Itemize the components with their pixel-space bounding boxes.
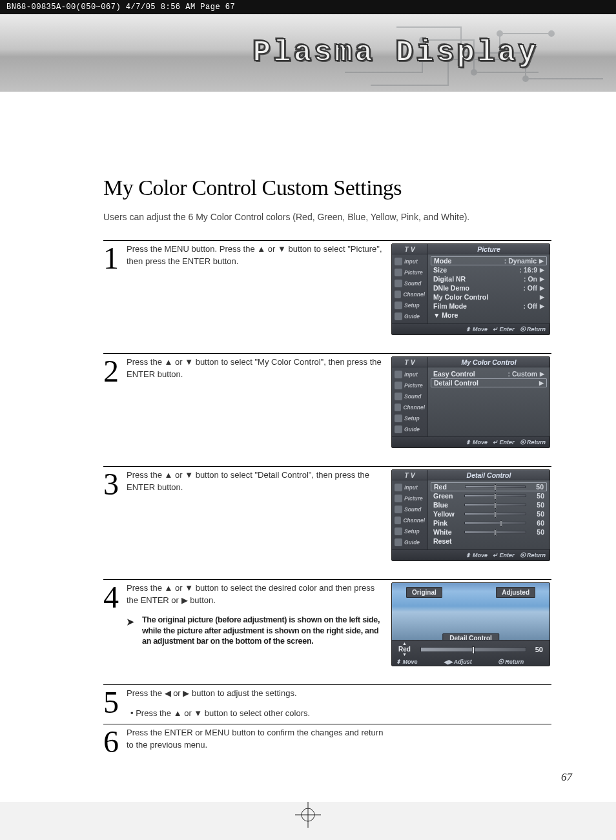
chevron-right-icon: ▶ bbox=[540, 303, 544, 309]
osd-menu: T VPictureInputPictureSoundChannelSetupG… bbox=[391, 243, 550, 335]
page-banner: Plasma Display bbox=[0, 14, 616, 92]
step-number: 5 bbox=[103, 688, 127, 720]
osd-slider-thumb[interactable] bbox=[495, 529, 497, 536]
osd-slider-row[interactable]: Blue50 bbox=[431, 500, 547, 509]
osd-sidebar: InputPictureSoundChannelSetupGuide bbox=[392, 254, 428, 323]
chevron-right-icon: ▶ bbox=[540, 276, 544, 282]
step-note: ➤The original picture (before adjustment… bbox=[127, 615, 384, 648]
step-text: Press the MENU button. Press the ▲ or ▼ … bbox=[127, 243, 390, 349]
osd-foot-move: ⬍ Move bbox=[466, 326, 488, 333]
osd-row-value: : Custom bbox=[508, 370, 538, 378]
osd-slider-row[interactable]: Reset bbox=[431, 537, 547, 546]
adjusted-badge: Adjusted bbox=[496, 587, 535, 598]
osd-slider-row[interactable]: Green50 bbox=[431, 491, 547, 500]
osd-row-value: : Off bbox=[523, 284, 537, 292]
osd-slider-row[interactable]: Red50 bbox=[431, 482, 547, 491]
step-bullet: • Press the ▲ or ▼ button to select othe… bbox=[127, 708, 384, 720]
osd-menu: T VMy Color ControlInputPictureSoundChan… bbox=[391, 356, 550, 448]
osd-slider-label: Yellow bbox=[433, 510, 459, 518]
osd-row-value: : 16:9 bbox=[520, 266, 537, 274]
osd-titlebar: T VMy Color Control bbox=[392, 357, 549, 367]
osd-sidebar: InputPictureSoundChannelSetupGuide bbox=[392, 367, 428, 436]
osd-side-icon bbox=[395, 425, 402, 433]
adjust-footer: ⬍ Move◀▶ Adjust⦿ Return bbox=[392, 658, 549, 666]
osd-footer: ⬍ Move↵ Enter⦿ Return bbox=[392, 436, 549, 447]
osd-side-label: Input bbox=[404, 371, 418, 378]
osd-slider-label: Reset bbox=[433, 537, 459, 545]
osd-side-label: Setup bbox=[404, 528, 420, 535]
adjust-slider-thumb[interactable] bbox=[472, 646, 475, 654]
osd-slider-track[interactable] bbox=[464, 504, 526, 506]
osd-slider-row[interactable]: Pink60 bbox=[431, 518, 547, 528]
chevron-right-icon: ▶ bbox=[539, 258, 544, 264]
osd-side-icon bbox=[395, 393, 402, 400]
osd-row[interactable]: Easy Control: Custom▶ bbox=[431, 369, 547, 378]
section-title: My Color Control Custom Settings bbox=[103, 176, 551, 200]
osd-slider-row[interactable]: White50 bbox=[431, 528, 547, 537]
osd-row[interactable]: Digital NR: On▶ bbox=[431, 274, 547, 283]
osd-slider-track[interactable] bbox=[464, 522, 526, 524]
osd-side-label: Picture bbox=[404, 495, 423, 502]
osd-side-item: Channel bbox=[393, 516, 426, 525]
osd-slider-track[interactable] bbox=[464, 495, 526, 497]
osd-slider-thumb[interactable] bbox=[495, 493, 497, 500]
osd-slider-thumb[interactable] bbox=[495, 511, 497, 518]
osd-side-icon bbox=[395, 291, 401, 298]
chevron-right-icon: ▶ bbox=[540, 267, 544, 273]
chevron-right-icon: ▶ bbox=[540, 294, 544, 300]
osd-row-value: : Dynamic bbox=[504, 257, 537, 265]
osd-side-label: Channel bbox=[403, 291, 425, 298]
osd-slider-track[interactable] bbox=[465, 486, 526, 488]
intro-text: Users can adjust the 6 My Color Control … bbox=[103, 212, 551, 222]
step-text: Press the ◀ or ▶ button to adjust the se… bbox=[127, 688, 390, 720]
osd-slider-row[interactable]: Yellow50 bbox=[431, 509, 547, 518]
osd-slider-label: Pink bbox=[433, 519, 459, 527]
osd-side-item: Guide bbox=[393, 538, 426, 547]
osd-title: My Color Control bbox=[428, 357, 549, 367]
osd-side-label: Channel bbox=[403, 404, 425, 411]
osd-row-label: ▼ More bbox=[433, 311, 542, 319]
osd-side-label: Setup bbox=[404, 302, 420, 309]
osd-row[interactable]: Mode: Dynamic▶ bbox=[431, 256, 547, 265]
osd-slider-thumb[interactable] bbox=[495, 484, 497, 491]
osd-side-item: Input bbox=[393, 483, 426, 492]
osd-foot-move: ⬍ Move bbox=[466, 439, 488, 446]
adjust-slider[interactable] bbox=[420, 647, 526, 652]
osd-slider-thumb[interactable] bbox=[495, 502, 497, 509]
adjust-foot-adjust: ◀▶ Adjust bbox=[444, 659, 472, 665]
print-header-text: BN68-00835A-00(050~067) 4/7/05 8:56 AM P… bbox=[6, 3, 235, 12]
print-header: BN68-00835A-00(050~067) 4/7/05 8:56 AM P… bbox=[0, 0, 616, 14]
osd-side-label: Picture bbox=[404, 382, 423, 389]
osd-side-icon bbox=[395, 506, 402, 513]
svg-point-1 bbox=[471, 69, 477, 76]
step: 2Press the ▲ or ▼ button to select "My C… bbox=[103, 353, 551, 462]
osd-sidebar: InputPictureSoundChannelSetupGuide bbox=[392, 480, 428, 549]
osd-slider-thumb[interactable] bbox=[500, 520, 502, 527]
step-screenshot: T VPictureInputPictureSoundChannelSetupG… bbox=[390, 243, 551, 349]
osd-row-label: DNIe Demo bbox=[433, 284, 520, 292]
osd-side-icon bbox=[395, 528, 402, 535]
osd-row[interactable]: Detail Control▶ bbox=[431, 378, 547, 387]
osd-row[interactable]: ▼ More bbox=[431, 311, 547, 320]
osd-foot-enter: ↵ Enter bbox=[493, 552, 515, 558]
osd-row[interactable]: Size: 16:9▶ bbox=[431, 265, 547, 274]
osd-side-label: Setup bbox=[404, 415, 420, 422]
osd-row[interactable]: Film Mode: Off▶ bbox=[431, 302, 547, 311]
osd-row-value: : Off bbox=[523, 302, 537, 310]
osd-row[interactable]: DNIe Demo: Off▶ bbox=[431, 283, 547, 292]
osd-side-item: Input bbox=[393, 370, 426, 379]
adjust-slider-value: 50 bbox=[535, 646, 543, 653]
osd-side-item: Guide bbox=[393, 312, 426, 321]
osd-row[interactable]: My Color Control▶ bbox=[431, 292, 547, 302]
triangle-down-icon: ▼ bbox=[402, 653, 407, 657]
osd-side-label: Sound bbox=[404, 280, 421, 287]
osd-slider-value: 50 bbox=[531, 501, 544, 509]
step-number: 2 bbox=[103, 356, 127, 462]
osd-slider-value: 50 bbox=[531, 483, 544, 491]
osd-side-icon bbox=[395, 382, 402, 389]
osd-slider-track[interactable] bbox=[464, 531, 526, 533]
osd-side-label: Sound bbox=[404, 506, 421, 513]
osd-slider-track[interactable] bbox=[464, 513, 526, 515]
step-screenshot: T VMy Color ControlInputPictureSoundChan… bbox=[390, 356, 551, 462]
osd-side-label: Input bbox=[404, 484, 418, 491]
